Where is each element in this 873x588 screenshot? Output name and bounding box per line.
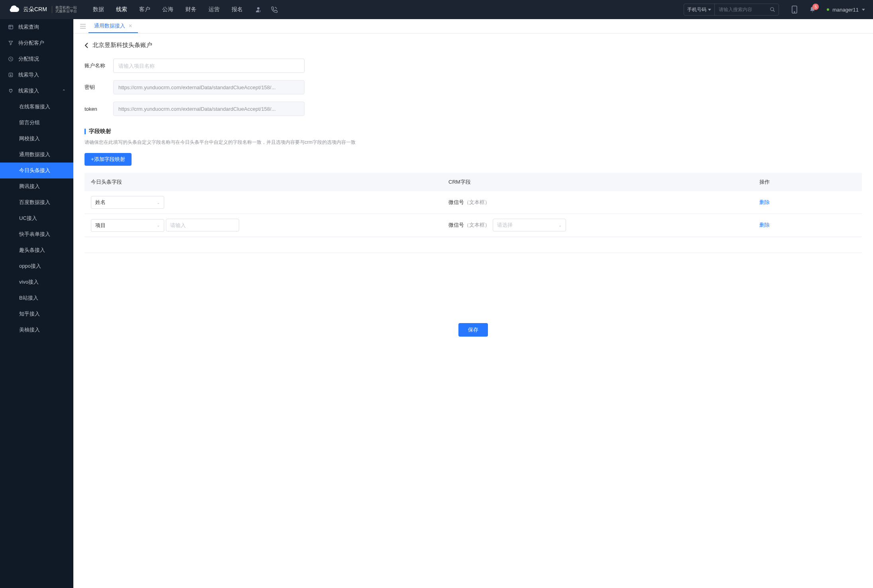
list-icon	[8, 24, 14, 30]
notification-badge: 5	[812, 4, 819, 10]
phone-icon[interactable]	[271, 6, 278, 13]
close-icon[interactable]: ✕	[128, 23, 132, 29]
sidebar-sub-10[interactable]: oppo接入	[0, 258, 73, 274]
toutiao-field-select[interactable]: 姓名⌄	[91, 196, 164, 209]
tab-general-data[interactable]: 通用数据接入 ✕	[88, 19, 138, 33]
tab-label: 通用数据接入	[94, 22, 125, 29]
user-menu[interactable]: manager11	[827, 7, 865, 13]
sidebar-sub-1[interactable]: 留言分组	[0, 115, 73, 131]
page-title: 北京昱新科技头条账户	[92, 41, 152, 49]
app-header: 云朵CRM 教育机构一站 式服务云平台 数据线索客户公海财务运营报名 手机号码 …	[0, 0, 873, 19]
svg-point-0	[257, 7, 260, 10]
col-toutiao-field: 今日头条字段	[85, 173, 442, 191]
sidebar: 线索查询待分配客户分配情况线索导入线索接入⌃在线客服接入留言分组网校接入通用数据…	[0, 19, 73, 588]
token-input[interactable]	[113, 102, 305, 116]
extra-input[interactable]	[166, 219, 239, 231]
sidebar-item-2[interactable]: 分配情况	[0, 51, 73, 67]
chevron-down-icon	[862, 9, 865, 11]
notifications-button[interactable]: 5	[809, 6, 816, 13]
status-dot-icon	[827, 8, 829, 11]
chevron-down-icon: ⌄	[157, 200, 160, 205]
table-row: 项目⌄ 微信号（文本框） 请选择⌄删除	[85, 214, 862, 237]
add-mapping-button[interactable]: +添加字段映射	[85, 153, 132, 166]
filter-icon	[8, 40, 14, 46]
nav-item-1[interactable]: 线索	[116, 4, 127, 15]
clock-icon	[8, 56, 14, 62]
sidebar-toggle[interactable]	[77, 21, 88, 32]
crm-field-select[interactable]: 请选择⌄	[493, 219, 566, 231]
sidebar-item-3[interactable]: 线索导入	[0, 67, 73, 83]
plug-icon	[8, 88, 14, 94]
svg-point-2	[771, 8, 774, 11]
export-icon	[8, 72, 14, 78]
logo-subtitle: 教育机构一站 式服务云平台	[52, 6, 77, 13]
col-action: 操作	[753, 173, 862, 191]
delete-link[interactable]: 删除	[759, 199, 770, 205]
tab-bar: 通用数据接入 ✕	[73, 19, 873, 33]
search-icon	[770, 7, 775, 12]
sidebar-sub-12[interactable]: B站接入	[0, 290, 73, 306]
crm-field-label: 微信号（文本框）	[448, 199, 490, 205]
save-button[interactable]: 保存	[458, 323, 488, 337]
sidebar-sub-9[interactable]: 趣头条接入	[0, 242, 73, 258]
mapping-section-title: 字段映射	[85, 128, 862, 135]
sidebar-sub-3[interactable]: 通用数据接入	[0, 147, 73, 163]
account-name-input[interactable]	[113, 59, 305, 73]
svg-rect-5	[9, 25, 13, 29]
crm-field-label: 微信号（文本框）	[448, 222, 490, 228]
sidebar-item-4[interactable]: 线索接入⌃	[0, 83, 73, 99]
chevron-up-icon: ⌃	[62, 89, 65, 93]
logo: 云朵CRM 教育机构一站 式服务云平台	[8, 5, 77, 14]
table-row: 姓名⌄微信号（文本框）删除	[85, 191, 862, 214]
chevron-down-icon: ⌄	[558, 223, 562, 227]
sidebar-sub-2[interactable]: 网校接入	[0, 131, 73, 147]
sidebar-item-1[interactable]: 待分配客户	[0, 35, 73, 51]
main-content: 通用数据接入 ✕ 北京昱新科技头条账户 账户名称 密钥 token	[73, 19, 873, 588]
sidebar-sub-7[interactable]: UC接入	[0, 210, 73, 226]
sidebar-sub-0[interactable]: 在线客服接入	[0, 99, 73, 115]
footer: 保存	[85, 317, 862, 341]
delete-link[interactable]: 删除	[759, 222, 770, 228]
breadcrumb: 北京昱新科技头条账户	[85, 41, 862, 49]
sidebar-sub-13[interactable]: 知乎接入	[0, 306, 73, 322]
nav-item-6[interactable]: 报名	[232, 4, 243, 15]
back-button[interactable]	[85, 42, 88, 49]
svg-point-4	[794, 12, 795, 12]
username: manager11	[832, 7, 859, 13]
secret-label: 密钥	[85, 84, 113, 91]
sidebar-sub-14[interactable]: 美柚接入	[0, 322, 73, 338]
nav-item-2[interactable]: 客户	[139, 4, 150, 15]
search-button[interactable]	[767, 4, 779, 15]
logo-text: 云朵CRM	[23, 6, 47, 13]
chevron-down-icon	[708, 9, 711, 11]
col-crm-field: CRM字段	[442, 173, 753, 191]
search-input[interactable]	[715, 7, 767, 12]
search-group: 手机号码	[684, 4, 779, 16]
nav-item-4[interactable]: 财务	[185, 4, 197, 15]
nav-item-5[interactable]: 运营	[208, 4, 220, 15]
nav-item-3[interactable]: 公海	[162, 4, 173, 15]
sidebar-sub-11[interactable]: vivo接入	[0, 274, 73, 290]
sidebar-item-0[interactable]: 线索查询	[0, 19, 73, 35]
sidebar-sub-4[interactable]: 今日头条接入	[0, 163, 73, 178]
sidebar-sub-5[interactable]: 腾讯接入	[0, 178, 73, 194]
chevron-left-icon	[85, 42, 88, 49]
mapping-table: 今日头条字段 CRM字段 操作 姓名⌄微信号（文本框）删除项目⌄ 微信号（文本框…	[85, 173, 862, 237]
chevron-down-icon: ⌄	[157, 223, 160, 227]
mapping-section-desc: 请确保您在此填写的头条自定义字段名称与在今日头条平台中自定义的字段名称一致，并且…	[85, 139, 862, 146]
nav-item-0[interactable]: 数据	[93, 4, 104, 15]
toutiao-field-select[interactable]: 项目⌄	[91, 219, 164, 232]
user-icon[interactable]	[255, 6, 262, 13]
token-label: token	[85, 106, 113, 112]
sidebar-sub-8[interactable]: 快手表单接入	[0, 226, 73, 242]
secret-input[interactable]	[113, 80, 305, 94]
search-type-select[interactable]: 手机号码	[684, 4, 715, 15]
cloud-logo-icon	[8, 5, 20, 14]
sidebar-sub-6[interactable]: 百度数据接入	[0, 194, 73, 210]
mobile-icon[interactable]	[791, 6, 798, 13]
top-nav: 数据线索客户公海财务运营报名	[93, 4, 243, 15]
account-label: 账户名称	[85, 62, 113, 69]
